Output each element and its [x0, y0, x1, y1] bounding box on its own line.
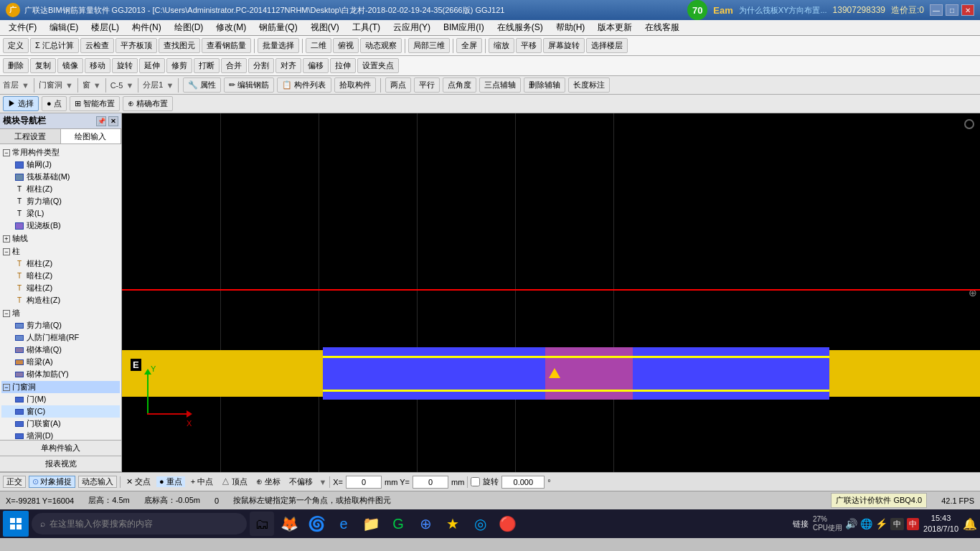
edit-rebar-btn[interactable]: ✏ 编辑钢筋: [224, 77, 274, 93]
no-offset-btn[interactable]: 不偏移: [286, 476, 316, 487]
menu-item-h[interactable]: 帮助(H): [550, 20, 591, 35]
toolbar2-btn-11[interactable]: 偏移: [303, 58, 329, 73]
task-icon-4[interactable]: 📁: [359, 512, 383, 536]
pick-component-btn[interactable]: 拾取构件: [334, 77, 376, 93]
toolbar1-btn-8[interactable]: 俯视: [333, 38, 359, 53]
tree-item-door[interactable]: 门(M): [1, 393, 120, 405]
two-point-btn[interactable]: 两点: [385, 77, 411, 93]
y-input[interactable]: 0: [413, 476, 448, 489]
expand-wall[interactable]: −: [3, 310, 10, 317]
start-button[interactable]: [3, 511, 29, 537]
menu-item-e[interactable]: 编辑(E): [44, 20, 84, 35]
three-point-aux-btn[interactable]: 三点辅轴: [479, 77, 521, 93]
toolbar1-btn-13[interactable]: 平移: [516, 38, 542, 53]
section-window-header[interactable]: − 门窗洞: [1, 381, 120, 393]
toolbar1-btn-4[interactable]: 查找图元: [159, 38, 200, 53]
task-icon-7[interactable]: ★: [440, 512, 465, 536]
tree-item-frame-col[interactable]: T框柱(Z): [1, 183, 120, 195]
menu-item-bimi[interactable]: BIM应用(I): [438, 20, 490, 35]
delete-aux-btn[interactable]: 删除辅轴: [524, 77, 565, 93]
tree-item-door-window[interactable]: 门联窗(A): [1, 418, 120, 430]
toolbar2-btn-2[interactable]: 镜像: [57, 58, 83, 73]
menu-item-[interactable]: 版本更新: [592, 20, 638, 35]
tree-item-beam[interactable]: T梁(L): [1, 207, 120, 220]
menu-item-n[interactable]: 构件(N): [126, 20, 167, 35]
toolbar1-btn-12[interactable]: 缩放: [489, 38, 514, 53]
expand-col[interactable]: −: [3, 248, 10, 255]
expand-axis[interactable]: +: [3, 235, 10, 242]
toolbar1-btn-11[interactable]: 全屏: [456, 38, 482, 53]
tree-item-rfmkq[interactable]: 人防门框墙(RF: [1, 331, 120, 344]
tree-item-shear-wall[interactable]: T剪力墙(Q): [1, 195, 120, 207]
toolbar1-btn-10[interactable]: 局部三维: [408, 38, 450, 53]
tree-item-dz[interactable]: T端柱(Z): [1, 282, 120, 294]
snap-btn[interactable]: ⊙ 对象捕捉: [29, 476, 75, 488]
menu-item-f[interactable]: 文件(F): [3, 20, 42, 35]
maximize-btn[interactable]: □: [946, 4, 958, 16]
report-btn[interactable]: 报表视览: [0, 456, 121, 472]
section-col-header[interactable]: − 柱: [1, 245, 120, 258]
tree-item-qtjj[interactable]: 砌体加筋(Y): [1, 368, 120, 380]
toolbar1-btn-7[interactable]: 二维: [306, 38, 331, 53]
point-btn[interactable]: ● 点: [42, 96, 67, 111]
task-icon-ie[interactable]: e: [331, 512, 356, 536]
precise-layout-btn[interactable]: ⊕ 精确布置: [123, 96, 173, 111]
property-btn[interactable]: 🔧 属性: [183, 77, 221, 93]
menu-item-t[interactable]: 工具(T): [347, 20, 386, 35]
section-axis-header[interactable]: + 轴线: [1, 232, 120, 245]
coord-btn[interactable]: ⊕ 坐标: [253, 476, 283, 487]
menu-item-y[interactable]: 云应用(Y): [387, 20, 436, 35]
tree-item-raft[interactable]: 筏板基础(M): [1, 171, 120, 183]
x-input[interactable]: 0: [346, 476, 382, 489]
parallel-btn[interactable]: 平行: [414, 77, 440, 93]
section-wall-header[interactable]: − 墙: [1, 307, 120, 319]
lang-indicator[interactable]: 中: [890, 518, 904, 530]
systray-icon-2[interactable]: 🌐: [860, 518, 872, 529]
canvas-area[interactable]: E Y X ⊕: [122, 113, 980, 472]
toolbar1-btn-6[interactable]: 批量选择: [258, 38, 299, 53]
tree-item-al[interactable]: 暗梁(A): [1, 356, 120, 368]
toolbar2-btn-10[interactable]: 对齐: [275, 58, 301, 73]
toolbar1-btn-9[interactable]: 动态观察: [360, 38, 402, 53]
toolbar2-btn-12[interactable]: 拉伸: [330, 58, 356, 73]
toolbar2-btn-0[interactable]: 删除: [3, 58, 29, 73]
task-icon-5[interactable]: G: [386, 512, 410, 536]
task-icon-6[interactable]: ⊕: [413, 512, 438, 536]
toolbar2-btn-5[interactable]: 延伸: [139, 58, 165, 73]
length-mark-btn[interactable]: 长度标注: [568, 77, 610, 93]
menu-item-d[interactable]: 绘图(D): [169, 20, 209, 35]
menu-item-m[interactable]: 修改(M): [210, 20, 252, 35]
notification-icon[interactable]: 🔔: [963, 517, 977, 531]
nav-tab-settings[interactable]: 工程设置: [0, 129, 61, 143]
tree-item-jlq[interactable]: 剪力墙(Q): [1, 319, 120, 331]
ime-icon[interactable]: 中: [907, 518, 919, 530]
nav-header-icons[interactable]: 📌 ✕: [96, 116, 118, 126]
systray-icon-3[interactable]: ⚡: [875, 518, 887, 529]
menu-item-q[interactable]: 钢筋量(Q): [253, 20, 303, 35]
single-component-btn[interactable]: 单构件输入: [0, 441, 121, 456]
intersection-btn[interactable]: ✕ 交点: [123, 476, 154, 487]
menu-item-s[interactable]: 在线服务(S): [491, 20, 549, 35]
tree-item-wall-hole[interactable]: 墙洞(D): [1, 430, 120, 440]
tree-item-window[interactable]: 窗(C): [1, 405, 120, 418]
menu-item-v[interactable]: 视图(V): [305, 20, 345, 35]
expand-common[interactable]: −: [3, 149, 10, 156]
close-btn[interactable]: ✕: [961, 4, 974, 16]
dynamic-input-btn[interactable]: 动态输入: [78, 476, 117, 488]
software-label[interactable]: 广联达计价软件 GBQ4.0: [831, 493, 927, 508]
tree-item-gzz[interactable]: T构造柱(Z): [1, 294, 120, 306]
toolbar1-btn-5[interactable]: 查看钢筋量: [202, 38, 251, 53]
task-icon-1[interactable]: 🗂: [250, 512, 274, 536]
nav-pin-btn[interactable]: 📌: [96, 116, 106, 126]
center-btn[interactable]: + 中点: [188, 476, 216, 487]
ortho-btn[interactable]: 正交: [3, 476, 26, 488]
smart-layout-btn[interactable]: ⊞ 智能布置: [70, 96, 120, 111]
titlebar-controls[interactable]: — □ ✕: [930, 4, 974, 16]
toolbar1-btn-0[interactable]: 定义: [3, 38, 29, 53]
tree-item-qtq[interactable]: 砌体墙(Q): [1, 344, 120, 356]
toolbar1-btn-14[interactable]: 屏幕旋转: [543, 38, 585, 53]
tree-item-axis[interactable]: 轴网(J): [1, 159, 120, 171]
component-type[interactable]: 门窗洞: [39, 80, 62, 90]
toolbar1-btn-2[interactable]: 云检查: [80, 38, 114, 53]
toolbar2-btn-13[interactable]: 设置夹点: [357, 58, 399, 73]
